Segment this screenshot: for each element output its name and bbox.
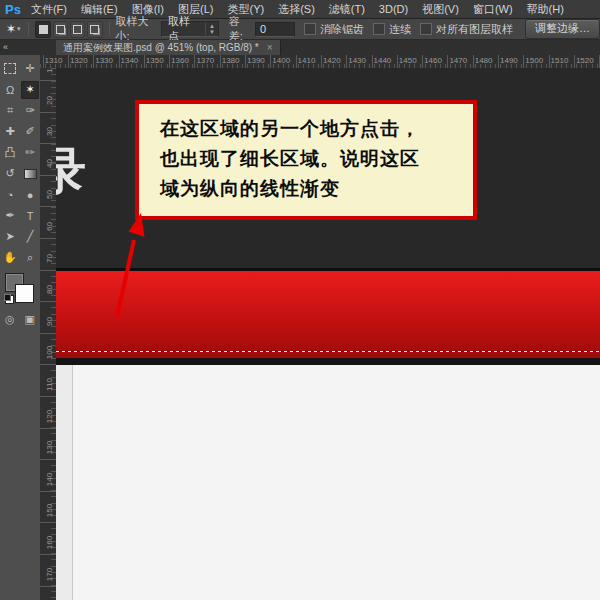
lasso-tool[interactable]: Ω <box>1 81 19 99</box>
checkbox-box-icon <box>373 23 385 35</box>
menu-item-5[interactable]: 选择(S) <box>278 2 315 17</box>
vertical-ruler[interactable]: 1020304050607080901001101201301401501601… <box>40 68 57 600</box>
menu-item-1[interactable]: 编辑(E) <box>81 2 118 17</box>
new-selection-button[interactable] <box>35 21 50 38</box>
ruler-label: 130 <box>45 440 54 456</box>
eyedropper-tool-icon: ✑ <box>25 104 34 117</box>
pencil-tool[interactable]: ✏ <box>21 144 39 162</box>
healing-brush-tool-icon: ✚ <box>5 125 14 138</box>
ruler-label: 1410 <box>298 56 316 65</box>
ruler-label: 1450 <box>399 56 417 65</box>
move-tool-icon: ✛ <box>25 62 34 75</box>
ruler-label: 1370 <box>196 56 214 65</box>
move-tool[interactable]: ✛ <box>21 60 39 78</box>
menu-item-8[interactable]: 视图(V) <box>422 2 459 17</box>
ruler-tick <box>245 55 246 68</box>
ruler-label: 1480 <box>475 56 493 65</box>
menu-item-6[interactable]: 滤镜(T) <box>329 2 365 17</box>
magic-wand-icon[interactable]: ✶ <box>6 22 16 36</box>
ruler-tick <box>296 55 297 68</box>
black-band <box>56 358 600 365</box>
checkbox-0[interactable]: 消除锯齿 <box>304 22 364 37</box>
magic-wand-tool[interactable]: ✶ <box>21 81 39 99</box>
zoom-tool-icon: ⌕ <box>27 251 33 264</box>
clipped-text-glyph: 录 <box>56 138 86 205</box>
line-tool-icon: ╱ <box>27 230 34 243</box>
ruler-label: 20 <box>45 92 54 108</box>
add-to-selection-button[interactable] <box>53 21 68 38</box>
ruler-label: 1330 <box>95 56 113 65</box>
ruler-tick <box>372 55 373 68</box>
ruler-label: 160 <box>45 535 54 551</box>
crop-tool[interactable]: ⌗ <box>1 102 19 120</box>
note-text-line-1: 也出现了细长区域。说明这区 <box>160 143 473 173</box>
ruler-label: 1350 <box>146 56 164 65</box>
path-selection-tool[interactable]: ➤ <box>1 228 19 246</box>
tolerance-input[interactable]: 0 <box>255 22 295 37</box>
default-colors-icon[interactable] <box>5 295 14 304</box>
menu-item-0[interactable]: 文件(F) <box>31 2 67 17</box>
healing-brush-tool[interactable]: ✚ <box>1 123 19 141</box>
canvas-viewport[interactable]: 录 在这区域的另一个地方点击，也出现了细长区域。说明这区域为纵向的线性渐变 <box>56 68 600 600</box>
ruler-tick <box>40 270 56 271</box>
menu-item-7[interactable]: 3D(D) <box>379 3 408 15</box>
type-tool[interactable]: T <box>21 207 39 225</box>
type-tool-icon: T <box>27 210 34 222</box>
history-brush-tool[interactable]: ↺ <box>1 165 19 183</box>
ruler-label: 1320 <box>70 56 88 65</box>
ruler-label: 140 <box>45 471 54 487</box>
color-swatches[interactable] <box>5 273 35 307</box>
zoom-tool[interactable]: ⌕ <box>21 249 39 267</box>
brush-tool[interactable]: ✐ <box>21 123 39 141</box>
tool-options-bar: ✶ ▾ 取样大小: 取样点 ▲▼ 容差: 0 消除锯齿连续对所有图层取样调整边缘… <box>0 19 600 40</box>
eyedropper-tool[interactable]: ✑ <box>21 102 39 120</box>
ruler-tick <box>93 55 94 68</box>
menu-item-9[interactable]: 窗口(W) <box>473 2 513 17</box>
blur-tool[interactable]: ● <box>21 186 39 204</box>
ruler-tick <box>574 55 575 68</box>
rectangular-marquee-tool[interactable] <box>1 60 19 78</box>
ruler-tick <box>119 55 120 68</box>
checkbox-1[interactable]: 连续 <box>373 22 411 37</box>
background-color-swatch[interactable] <box>15 284 34 303</box>
line-tool[interactable]: ╱ <box>21 228 39 246</box>
quick-mask-icon[interactable]: ◎ <box>5 313 15 326</box>
refine-edge-button[interactable]: 调整边缘… <box>525 19 600 39</box>
checkbox-2[interactable]: 对所有图层取样 <box>420 22 513 37</box>
ruler-tick <box>43 55 44 68</box>
note-text-line-0: 在这区域的另一个地方点击， <box>160 113 473 143</box>
ruler-label: 1340 <box>121 56 139 65</box>
ruler-tick <box>40 586 56 587</box>
screen-mode-icon[interactable]: ▣ <box>25 313 35 326</box>
ruler-tick <box>422 55 423 68</box>
document-tab[interactable]: 通用案例效果图.psd @ 451% (top, RGB/8) * × <box>56 40 281 55</box>
sample-size-dropdown[interactable]: 取样点 ▲▼ <box>161 21 219 37</box>
ruler-tick <box>40 206 56 207</box>
dodge-tool[interactable]: ◔ <box>1 186 19 204</box>
collapse-panel-icon[interactable]: « <box>3 42 8 52</box>
horizontal-ruler[interactable]: 1310132013301340135013601370138013901400… <box>40 55 600 69</box>
ruler-label: 1430 <box>348 56 366 65</box>
checkbox-box-icon <box>304 23 316 35</box>
ruler-tick <box>40 522 56 523</box>
gradient-tool[interactable] <box>21 165 39 183</box>
ruler-tick <box>447 55 448 68</box>
ruler-tick <box>194 55 195 68</box>
close-tab-icon[interactable]: × <box>267 42 273 53</box>
pasteboard-strip <box>56 365 72 600</box>
subtract-from-selection-button[interactable] <box>70 21 85 38</box>
intersect-selection-button[interactable] <box>87 21 102 38</box>
pen-tool[interactable]: ✒ <box>1 207 19 225</box>
ruler-label: 10 <box>45 68 54 77</box>
tool-preset-arrow-icon[interactable]: ▾ <box>17 25 21 33</box>
menu-item-10[interactable]: 帮助(H) <box>527 2 564 17</box>
ruler-label: 1420 <box>323 56 341 65</box>
ruler-label: 1440 <box>374 56 392 65</box>
lasso-tool-icon: Ω <box>6 84 14 96</box>
ruler-tick <box>40 364 56 365</box>
ruler-label: 90 <box>45 313 54 329</box>
ruler-tick <box>549 55 550 68</box>
brush-tool-icon: ✐ <box>25 125 34 138</box>
hand-tool[interactable]: ✋ <box>1 249 19 267</box>
clone-stamp-tool[interactable]: 凸 <box>1 144 19 162</box>
